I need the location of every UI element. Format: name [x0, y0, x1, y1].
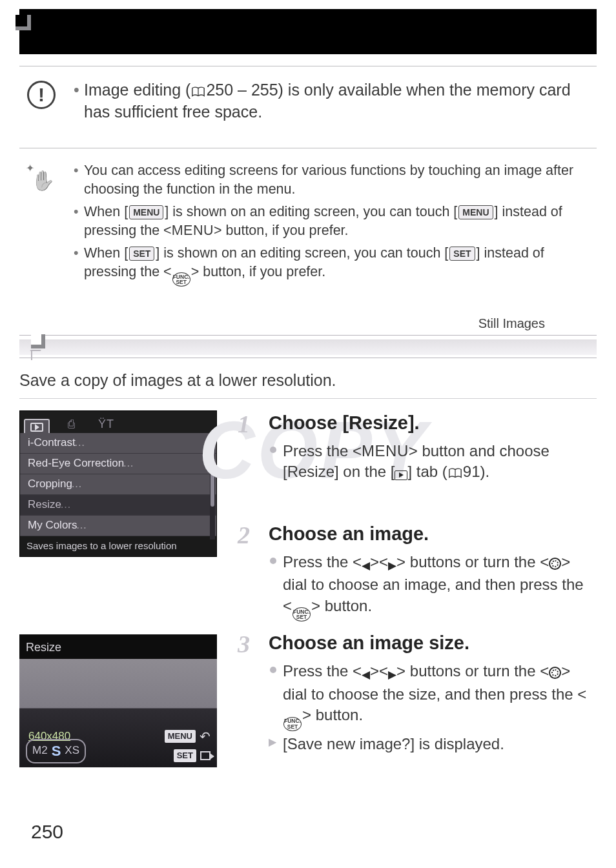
book-icon — [448, 467, 462, 479]
menu-item: Red-Eye Correction — [20, 454, 216, 474]
menu-item: i-Contrast — [20, 433, 216, 454]
playback-icon — [395, 470, 407, 480]
warning-text: Image editing (250 – 255) is only availa… — [74, 79, 593, 123]
section-band — [19, 335, 597, 358]
set-pill-icon: SET — [129, 247, 154, 261]
tip-3: When [SET] is shown on an editing screen… — [74, 244, 593, 287]
func-set-icon: FUNC.SET — [172, 272, 190, 287]
media-type-tag: Still Images — [19, 315, 597, 332]
set-pill-icon: SET — [449, 247, 475, 261]
step-bullet: Press the <><> buttons or turn the <> di… — [269, 552, 597, 621]
page-number: 250 — [31, 819, 63, 845]
menu-button-label: MENU — [172, 223, 214, 238]
step-bullet: Press the <MENU> button and choose [Resi… — [269, 441, 597, 483]
resize-title: Resize — [26, 640, 61, 655]
resize-screenshot: Resize 640x480 M2 S XS MENU↶ SET — [19, 634, 217, 767]
menu-item: My Colors — [20, 516, 216, 536]
step-result: [Save new image?] is displayed. — [269, 734, 597, 754]
step-number: 2 — [238, 519, 250, 552]
func-set-icon: FUNC.SET — [293, 607, 311, 621]
control-dial-icon — [549, 667, 561, 679]
right-arrow-icon — [388, 663, 396, 683]
tip-2: When [MENU] is shown on an editing scree… — [74, 203, 593, 240]
playback-tab-icon — [24, 419, 50, 433]
menu-pill-icon: MENU — [129, 205, 163, 220]
step-2: 2 Choose an image. Press the <><> button… — [238, 521, 597, 621]
step-3: 3 Choose an image size. Press the <><> b… — [238, 631, 597, 754]
left-arrow-icon — [362, 554, 370, 574]
camera-menu-screenshot: ⎙ ŸT i-Contrast Red-Eye Correction Cropp… — [19, 410, 217, 557]
top-banner — [19, 9, 597, 54]
menu-button-label: MENU — [362, 442, 409, 459]
warning-icon: ! — [27, 81, 56, 109]
step-title: Choose an image. — [269, 521, 597, 547]
section-lead: Save a copy of images at a lower resolut… — [19, 370, 597, 392]
step-title: Choose an image size. — [269, 631, 597, 656]
print-tab-icon: ⎙ — [63, 414, 80, 433]
menu-item-selected: Resize — [20, 495, 216, 516]
menu-item: Cropping — [20, 474, 216, 495]
left-arrow-icon — [362, 663, 370, 683]
menu-back-icon: MENU↶ — [165, 728, 210, 745]
warning-callout: ! Image editing (250 – 255) is only avai… — [19, 73, 597, 136]
right-arrow-icon — [388, 554, 396, 574]
step-bullet: Press the <><> buttons or turn the <> di… — [269, 661, 597, 731]
tools-tab-icon: ŸT — [93, 414, 119, 433]
func-set-icon: FUNC.SET — [283, 717, 302, 731]
step-1: 1 Choose [Resize]. Press the <MENU> butt… — [238, 410, 597, 483]
tips-callout: You can access editing screens for vario… — [19, 155, 597, 300]
touch-icon — [28, 163, 54, 188]
step-number: 3 — [238, 628, 250, 661]
step-title: Choose [Resize]. — [269, 410, 597, 436]
book-icon — [191, 86, 205, 97]
tip-1: You can access editing screens for vario… — [74, 161, 593, 199]
scrollbar-icon — [210, 434, 215, 540]
set-next-icon: SET — [174, 749, 210, 762]
step-number: 1 — [238, 408, 250, 441]
menu-footer: Saves images to a lower resolution — [20, 536, 216, 556]
control-dial-icon — [549, 558, 561, 570]
menu-pill-icon: MENU — [458, 205, 493, 220]
size-options: M2 S XS — [26, 739, 86, 763]
